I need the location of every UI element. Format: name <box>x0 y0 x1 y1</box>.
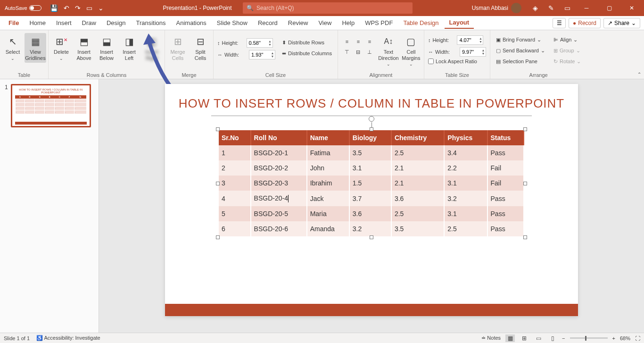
down-arrow-icon[interactable]: ▼ <box>268 43 272 46</box>
send-backward-button[interactable]: ▢Send Backward ⌄ <box>494 46 547 55</box>
undo-icon[interactable]: ↶ <box>64 4 69 12</box>
table-cell[interactable]: 3.5 <box>349 145 391 160</box>
resize-handle[interactable] <box>370 127 373 131</box>
table-cell[interactable]: BSGD-20-1 <box>251 145 307 160</box>
table-cell[interactable]: Jack <box>307 191 349 206</box>
resize-handle[interactable] <box>370 235 373 239</box>
align-center-button[interactable]: ≡ <box>353 37 363 46</box>
table-cell[interactable]: Maria <box>307 206 349 221</box>
align-middle-button[interactable]: ⊟ <box>353 47 363 57</box>
table-container[interactable]: Sr.NoRoll NoNameBiologyChemistryPhysicsS… <box>219 130 524 236</box>
rotate-handle[interactable] <box>369 116 374 122</box>
delete-button[interactable]: ⊞✕Delete⌄ <box>50 33 72 63</box>
table-cell[interactable]: BSGD-20-3 <box>251 176 307 191</box>
table-cell[interactable]: BSGD-20-4 <box>251 191 307 206</box>
resize-handle[interactable] <box>523 127 527 131</box>
resize-handle[interactable] <box>523 182 527 185</box>
pen-icon[interactable]: ✎ <box>544 4 558 12</box>
table-header[interactable]: Roll No <box>251 130 307 145</box>
table-header[interactable]: Sr.No <box>219 130 251 145</box>
record-button[interactable]: ● Record <box>569 18 601 28</box>
table-cell[interactable]: 2.1 <box>391 176 444 191</box>
save-icon[interactable]: 💾 <box>50 4 58 12</box>
align-top-button[interactable]: ⊤ <box>342 47 352 57</box>
table-cell[interactable]: Fail <box>487 160 524 176</box>
table-cell[interactable]: 2.1 <box>391 160 444 176</box>
table-header[interactable]: Biology <box>349 130 391 145</box>
table-row[interactable]: 1BSGD-20-1Fatima3.52.53.4Pass <box>219 145 524 160</box>
table-cell[interactable]: Fatima <box>307 145 349 160</box>
table-row[interactable]: 2BSGD-20-2John3.12.12.2Fail <box>219 160 524 176</box>
text-direction-button[interactable]: A↕Text Direction⌄ <box>378 33 399 69</box>
slide-indicator[interactable]: Slide 1 of 1 <box>4 335 30 341</box>
zoom-out-button[interactable]: − <box>562 335 565 341</box>
table-header[interactable]: Name <box>307 130 349 145</box>
collapse-ribbon-button[interactable]: ⌃ <box>637 72 641 77</box>
split-cells-button[interactable]: ⊟Split Cells <box>190 33 211 63</box>
distribute-rows-button[interactable]: ⬍Distribute Rows <box>280 38 334 47</box>
table-cell[interactable]: 3.1 <box>349 160 391 176</box>
table-cell[interactable]: 6 <box>219 221 251 236</box>
autosave-toggle[interactable]: AutoSave <box>5 5 41 11</box>
tab-draw[interactable]: Draw <box>77 17 101 28</box>
reading-view-button[interactable]: ▭ <box>534 335 543 342</box>
table-cell[interactable]: 2.5 <box>444 221 487 236</box>
bring-forward-button[interactable]: ▣Bring Forward ⌄ <box>494 35 547 44</box>
table-cell[interactable]: Ibrahim <box>307 176 349 191</box>
table-cell[interactable]: Pass <box>487 221 524 236</box>
diamond-icon[interactable]: ◈ <box>528 4 542 12</box>
tab-transitions[interactable]: Transitions <box>131 17 170 28</box>
slide[interactable]: HOW TO INSERT ROWS / COLUMN IN TABLE IN … <box>165 84 578 316</box>
table-cell[interactable]: 2.5 <box>391 206 444 221</box>
up-arrow-icon[interactable]: ▲ <box>268 40 272 43</box>
slideshow-icon[interactable]: ▭ <box>86 4 92 12</box>
row-height-input[interactable] <box>247 40 268 46</box>
table-cell[interactable]: 3.6 <box>391 191 444 206</box>
fit-window-button[interactable]: ⛶ <box>635 335 640 341</box>
table-cell[interactable]: Fail <box>487 176 524 191</box>
table-header[interactable]: Physics <box>444 130 487 145</box>
table-cell[interactable]: 3.2 <box>444 191 487 206</box>
qat-more-icon[interactable]: ⌄ <box>98 4 104 12</box>
resize-handle[interactable] <box>216 235 220 239</box>
tab-animations[interactable]: Animations <box>172 17 211 28</box>
table-cell[interactable]: Amanda <box>307 221 349 236</box>
tab-insert[interactable]: Insert <box>51 17 76 28</box>
search-box[interactable]: 🔍 <box>243 2 413 14</box>
table-cell[interactable]: 2.2 <box>444 160 487 176</box>
slideshow-view-button[interactable]: ▯ <box>548 335 557 342</box>
view-gridlines-button[interactable]: ▦View Gridlines <box>25 33 46 63</box>
tab-help[interactable]: Help <box>337 17 359 28</box>
col-width-input[interactable] <box>249 52 270 58</box>
table-cell[interactable]: 3.4 <box>444 145 487 160</box>
resize-handle[interactable] <box>216 127 220 131</box>
lock-aspect-checkbox[interactable]: Lock Aspect Ratio <box>428 59 486 64</box>
table-cell[interactable]: 5 <box>219 206 251 221</box>
tab-table-design[interactable]: Table Design <box>398 17 443 28</box>
tab-review[interactable]: Review <box>283 17 313 28</box>
tab-layout[interactable]: Layout <box>445 17 474 29</box>
tab-home[interactable]: Home <box>25 17 50 28</box>
zoom-level[interactable]: 68% <box>620 335 630 341</box>
table-cell[interactable]: 2 <box>219 160 251 176</box>
table-cell[interactable]: 3.7 <box>349 191 391 206</box>
resize-handle[interactable] <box>216 182 220 185</box>
resize-handle[interactable] <box>523 235 527 239</box>
insert-right-button[interactable]: ◧Insert Right <box>141 33 163 63</box>
slide-thumbnail-1[interactable]: HOW TO INSERT ROWS / COLUMN IN TABLE IN … <box>11 84 91 127</box>
search-input[interactable] <box>256 5 409 11</box>
table-cell[interactable]: 3.6 <box>349 206 391 221</box>
align-button[interactable]: ⊫Align ⌄ <box>552 35 583 44</box>
minimize-button[interactable]: ─ <box>576 0 597 16</box>
table-row[interactable]: 4BSGD-20-4Jack3.73.63.2Pass <box>219 191 524 206</box>
tab-view[interactable]: View <box>314 17 336 28</box>
align-bottom-button[interactable]: ⊥ <box>364 47 375 57</box>
table-cell[interactable]: BSGD-20-2 <box>251 160 307 176</box>
tab-record[interactable]: Record <box>253 17 282 28</box>
tab-slideshow[interactable]: Slide Show <box>212 17 252 28</box>
table-cell[interactable]: BSGD-20-5 <box>251 206 307 221</box>
table-cell[interactable]: 3 <box>219 176 251 191</box>
notes-button[interactable]: ≐ Notes <box>481 335 501 341</box>
close-button[interactable]: ✕ <box>621 0 642 16</box>
table-cell[interactable]: 1 <box>219 145 251 160</box>
